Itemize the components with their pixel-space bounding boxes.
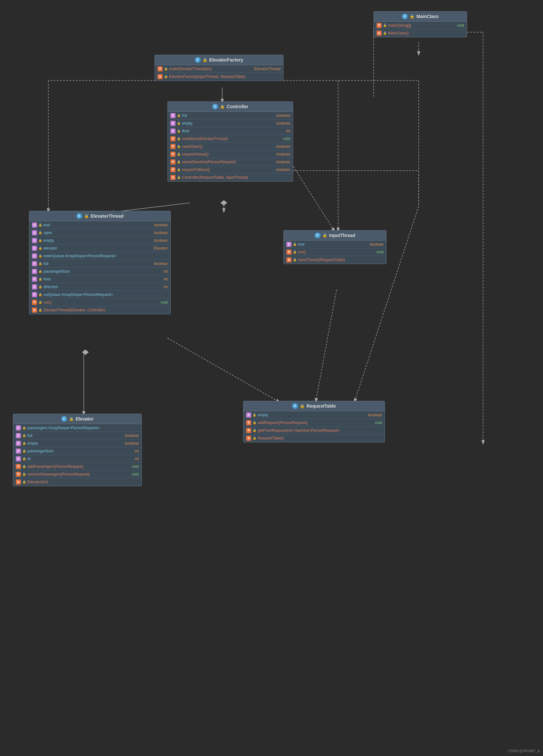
method-icon-m2: m	[376, 31, 382, 36]
method-type-needopen: boolean	[274, 144, 290, 149]
method-name-ctrlconstructor: Controller(RequestTable, InputThread)	[182, 175, 290, 180]
method-name-etconstructor: ElevatorThread(Elevator, Controller)	[43, 308, 168, 312]
field-lock-et3: 🔒	[38, 239, 42, 242]
field-type-full-et: boolean	[151, 261, 168, 266]
method-name-run-it: run()	[298, 250, 374, 254]
method-getfloorrequest-rt: m 🔒 getFloorRequest(int) HashSet<PersonR…	[243, 427, 385, 434]
field-type-empty-et: boolean	[151, 238, 168, 243]
field-type-passengernum-et: int	[161, 269, 168, 274]
field-lock-etm1: 🔒	[38, 300, 42, 304]
method-main: m 🔒 main(String[]) void	[374, 22, 467, 29]
class-name-ef: ElevatorFactory	[209, 57, 243, 62]
class-elevatorfactory: C 🔒 ElevatorFactory m 🔒 makeElevatorThre…	[155, 55, 283, 81]
method-name-requesttoback: requestToBack()	[182, 167, 274, 172]
method-icon-elev1: m	[16, 464, 21, 469]
method-name-rtconstructor: RequestTable()	[258, 436, 382, 440]
svg-marker-18	[82, 350, 89, 355]
field-lock-rt1: 🔒	[252, 413, 256, 417]
method-name-addpassengers-elev: addPassengers(PersonRequest)	[27, 464, 129, 469]
lock-icon-ctrl: 🔒	[220, 104, 225, 109]
method-icon-ef2: m	[157, 74, 163, 79]
class-header-controller: C 🔒 Controller	[168, 102, 293, 112]
field-lock-rtm2: 🔒	[252, 429, 256, 432]
class-name-ctrl: Controller	[227, 104, 248, 109]
field-icon-et6: p	[32, 261, 37, 266]
method-name-mainconstructor: MainClass()	[388, 31, 462, 35]
field-enterqueue-et: p 🔒 enterQueue ArrayDeque<PersonRequest>	[29, 252, 170, 260]
field-lock-ef2: 🔒	[164, 75, 168, 79]
field-type-id-elev: int	[132, 457, 139, 461]
field-name-empty-elev: empty	[27, 441, 122, 446]
field-empty-et: p 🔒 empty boolean	[29, 237, 170, 244]
field-icon-rt1: p	[246, 412, 251, 418]
class-name-mainclass: MainClass	[416, 14, 439, 19]
class-controller: C 🔒 Controller p 🔒 full boolean p 🔒 empt…	[167, 101, 293, 182]
method-removepassengers-elev: m 🔒 removePassengers(PersonRequest) void	[13, 470, 141, 478]
field-lock-ctrl3: 🔒	[177, 152, 181, 156]
field-passengernum-et: p 🔒 passengerNum int	[29, 268, 170, 275]
class-body-ctrl: p 🔒 full boolean p 🔒 empty boolean p 🔒 f…	[168, 112, 293, 181]
class-header-rt: C 🔒 RequestTable	[243, 401, 385, 411]
method-name-elevconstructor: Elevator(int)	[27, 480, 139, 484]
method-icon-rt2: m	[246, 428, 251, 433]
method-name-main: main(String[])	[388, 23, 454, 28]
field-empty-rt: p 🔒 empty boolean	[243, 411, 385, 419]
method-icon-rt3: m	[246, 436, 251, 441]
field-lock-p3: 🔒	[177, 129, 181, 133]
class-icon-c: C	[402, 14, 408, 19]
field-lock-et9: 🔒	[38, 285, 42, 289]
field-icon-et2: p	[32, 230, 37, 235]
field-icon-et1: p	[32, 222, 37, 228]
field-type-empty-ctrl: boolean	[274, 121, 290, 126]
method-needopen: m 🔒 needOpen() boolean	[168, 143, 293, 150]
method-addrequest-rt: m 🔒 addRequest(PersonRequest) void	[243, 419, 385, 427]
class-header-it: C 🔒 InputThread	[284, 231, 386, 241]
lock-icon-et: 🔒	[84, 214, 89, 219]
lock-icon-rt: 🔒	[300, 404, 305, 409]
field-lock-ctrl4: 🔒	[177, 160, 181, 164]
field-empty-ctrl: p 🔒 empty boolean	[168, 119, 293, 127]
field-icon-et5: p	[32, 253, 37, 259]
method-nextmove: m 🔒 nextMove(ElevatorThread) void	[168, 135, 293, 143]
field-name-end-it: end	[298, 242, 367, 247]
method-type-ef1: ElevatorThread	[252, 67, 281, 71]
method-name-samedirection: sameDirection(PersonRequest)	[182, 160, 274, 164]
field-lock-ef1: 🔒	[164, 67, 168, 71]
class-body-rt: p 🔒 empty boolean m 🔒 addRequest(PersonR…	[243, 411, 385, 442]
class-icon-et: C	[76, 213, 82, 219]
field-floor-ctrl: p 🔒 floor int	[168, 127, 293, 135]
field-icon-elev4: p	[16, 449, 21, 454]
method-name-getfloorrequest-rt: getFloorRequest(int) HashSet<PersonReque…	[258, 428, 382, 433]
field-lock-etm2: 🔒	[38, 308, 42, 312]
field-name-empty-et: empty	[43, 238, 151, 243]
class-icon-ef: C	[195, 57, 201, 63]
field-name-passengernum-elev: passengerNum	[27, 449, 132, 453]
method-name-ef1: makeElevatorThread(int)	[169, 67, 252, 71]
method-icon-elev2: m	[16, 472, 21, 477]
field-type-passengernum-elev: int	[132, 449, 139, 453]
method-icon-et1: m	[32, 300, 37, 305]
method-type-addrequest-rt: void	[372, 421, 382, 425]
field-lock-et10: 🔒	[38, 293, 42, 297]
field-passengers-elev: p 🔒 passengers ArrayDeque<PersonRequest>	[13, 424, 141, 432]
field-lock2: 🔒	[383, 31, 387, 35]
method-icon-elev3: m	[16, 479, 21, 485]
method-etconstructor: m 🔒 ElevatorThread(Elevator, Controller)	[29, 306, 170, 314]
watermark: CSDN @SN1987_A	[508, 749, 540, 753]
method-name-removepassengers-elev: removePassengers(PersonRequest)	[27, 472, 129, 477]
field-name-empty-ctrl: empty	[182, 121, 274, 126]
field-lock-it1: 🔒	[293, 242, 297, 246]
field-full-elev: p 🔒 full boolean	[13, 432, 141, 439]
field-full-ctrl: p 🔒 full boolean	[168, 112, 293, 119]
method-elevconstructor: m 🔒 Elevator(int)	[13, 478, 141, 486]
lock-icon: 🔒	[410, 14, 414, 19]
class-icon-it: C	[315, 232, 320, 238]
field-lock-rtm1: 🔒	[252, 421, 256, 425]
field-name-end-et: end	[43, 223, 151, 227]
method-icon-ef1: m	[157, 66, 163, 71]
method-run-et: m 🔒 run() void	[29, 298, 170, 306]
class-icon-elev: C	[61, 416, 67, 422]
field-lock: 🔒	[383, 24, 387, 27]
field-passengernum-elev: p 🔒 passengerNum int	[13, 447, 141, 455]
field-lock-elev1: 🔒	[22, 426, 26, 430]
